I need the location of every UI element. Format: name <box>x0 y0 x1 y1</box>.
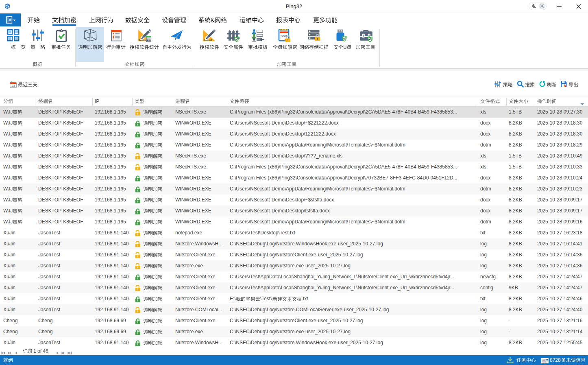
svg-text:23: 23 <box>11 84 15 87</box>
